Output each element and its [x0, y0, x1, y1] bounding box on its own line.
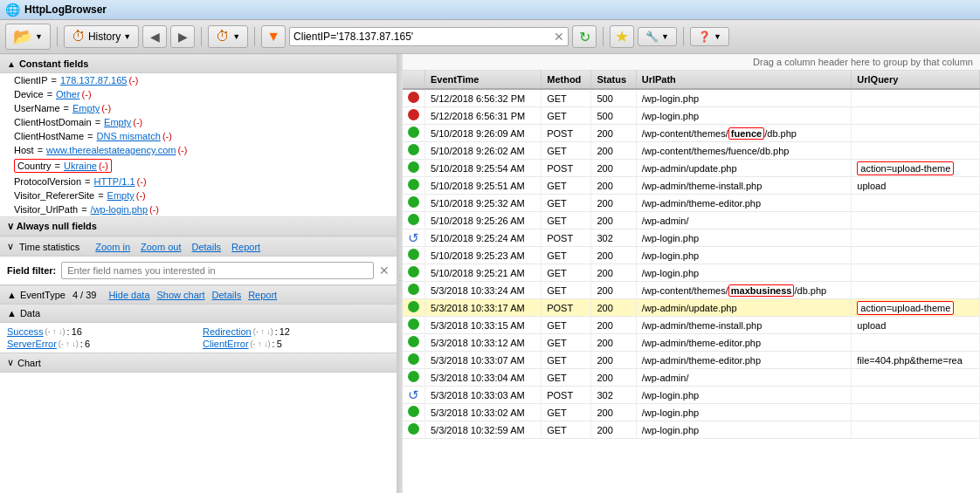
refresh-button[interactable]: ↻	[572, 25, 597, 48]
urlpath-cell: /wp-content/themes/fuence/db.php	[636, 125, 852, 142]
always-null-header[interactable]: ∨ Always null fields	[0, 216, 397, 236]
field-filter-input[interactable]	[61, 262, 374, 279]
status-cell	[403, 160, 425, 177]
field-filter-clear[interactable]: ✕	[379, 264, 390, 277]
star-button[interactable]: ★	[610, 25, 634, 48]
status-cell	[403, 142, 425, 160]
et-details-link[interactable]: Details	[212, 290, 242, 300]
status-cell	[403, 404, 425, 421]
urlpath-cell: /wp-admin/theme-editor.php	[636, 334, 852, 352]
col-urlpath-header[interactable]: UrlPath	[636, 71, 852, 89]
tools-button[interactable]: 🔧 ▼	[638, 27, 677, 46]
method-cell: GET	[542, 107, 591, 125]
clienterror-link[interactable]: ClientError	[203, 339, 249, 349]
status-cell	[403, 177, 425, 195]
urlquery-cell	[852, 125, 980, 142]
table-row: ↺5/10/2018 9:25:24 AMPOST302/wp-login.ph…	[403, 229, 980, 247]
event-type-header[interactable]: ▲ EventType 4 / 39 Hide data Show chart …	[0, 285, 397, 305]
status-green-icon	[408, 301, 419, 312]
status-cell	[403, 264, 425, 282]
method-cell: POST	[542, 387, 591, 404]
constant-fields-header[interactable]: ▲ Constant fields	[0, 54, 397, 73]
eventtime-cell: 5/3/2018 10:32:59 AM	[425, 421, 542, 439]
table-row: 5/3/2018 10:33:12 AMGET200/wp-admin/them…	[403, 334, 980, 352]
servererror-sort[interactable]: (- ↑ ↓)	[59, 339, 79, 348]
success-link[interactable]: Success	[7, 326, 44, 337]
eventtime-cell: 5/10/2018 9:25:23 AM	[425, 247, 542, 264]
eventtime-cell: 5/3/2018 10:33:07 AM	[425, 352, 542, 369]
clienterror-sort[interactable]: (- ↑ ↓)	[251, 339, 271, 348]
status-value-cell: 500	[591, 89, 636, 107]
chart-label: Chart	[17, 358, 41, 368]
method-cell: GET	[542, 334, 591, 352]
field-clientip: ClientIP = 178.137.87.165 (-)	[0, 73, 397, 87]
status-green-icon	[408, 371, 419, 382]
method-cell: GET	[542, 195, 591, 212]
show-chart-link[interactable]: Show chart	[157, 290, 205, 300]
table-row: 5/10/2018 9:25:32 AMGET200/wp-admin/them…	[403, 195, 980, 212]
details-link[interactable]: Details	[191, 242, 221, 252]
help-button[interactable]: ❓ ▼	[690, 27, 729, 46]
table-row: 5/3/2018 10:32:59 AMGET200/wp-login.php	[403, 421, 980, 439]
eventtime-cell: 5/3/2018 10:33:24 AM	[425, 282, 542, 299]
urlpath-cell: /wp-login.php	[636, 264, 852, 282]
redirection-sort[interactable]: (- ↑ ↓)	[253, 327, 273, 336]
status-red-icon	[408, 109, 419, 120]
status-value-cell: 302	[591, 387, 636, 404]
col-expand-header[interactable]	[403, 71, 425, 89]
time-stats-label: Time statistics	[19, 242, 79, 252]
filter-button[interactable]: ▼	[261, 25, 286, 48]
time-stats-header[interactable]: ∨ Time statistics Zoom in Zoom out Detai…	[0, 236, 397, 257]
search-input[interactable]	[293, 31, 554, 43]
time-filter-button[interactable]: ⏱ ▼	[208, 25, 248, 48]
et-report-link[interactable]: Report	[248, 290, 277, 300]
method-cell: GET	[542, 264, 591, 282]
status-cell	[403, 212, 425, 229]
history-button[interactable]: ⏱ History ▼	[64, 25, 139, 48]
report-link[interactable]: Report	[231, 242, 260, 252]
action-highlight: action=upload-theme	[857, 161, 954, 175]
eventtime-cell: 5/3/2018 10:33:15 AM	[425, 317, 542, 334]
status-green-icon	[408, 144, 419, 155]
status-value-cell: 200	[591, 142, 636, 160]
redirection-link[interactable]: Redirection	[203, 326, 252, 337]
open-button[interactable]: 📂 ▼	[5, 24, 51, 50]
history-dropdown-icon: ▼	[123, 32, 131, 41]
urlquery-cell	[852, 404, 980, 421]
method-cell: POST	[542, 299, 591, 317]
status-red-icon	[408, 92, 419, 103]
field-username: UserName = Empty (-)	[0, 101, 397, 115]
col-urlquery-header[interactable]: UrlQuery	[852, 71, 980, 89]
eventtime-cell: 5/10/2018 9:25:51 AM	[425, 177, 542, 195]
chart-header[interactable]: ∨ Chart	[0, 353, 397, 373]
success-sort[interactable]: (- ↑ ↓)	[45, 327, 66, 336]
open-dropdown-icon: ▼	[35, 32, 43, 41]
method-cell: GET	[542, 317, 591, 334]
urlquery-cell	[852, 195, 980, 212]
status-green-icon	[408, 196, 419, 208]
col-status-header[interactable]: Status	[591, 71, 636, 89]
data-header[interactable]: ▲ Data	[0, 305, 397, 323]
url-highlight: maxbusiness	[728, 284, 795, 297]
servererror-link[interactable]: ServerError	[7, 339, 57, 349]
status-green-icon	[408, 406, 419, 417]
col-method-header[interactable]: Method	[542, 71, 591, 89]
col-eventtime-header[interactable]: EventTime	[425, 71, 542, 89]
zoom-out-link[interactable]: Zoom out	[141, 242, 181, 252]
zoom-in-link[interactable]: Zoom in	[95, 242, 130, 252]
back-button[interactable]: ◀	[142, 25, 167, 48]
status-cell	[403, 247, 425, 264]
forward-button[interactable]: ▶	[170, 25, 195, 48]
table-row: 5/3/2018 10:33:24 AMGET200/wp-content/th…	[403, 282, 980, 299]
search-clear-button[interactable]: ✕	[554, 30, 564, 44]
funnel-icon: ▼	[266, 29, 280, 45]
status-cell	[403, 195, 425, 212]
urlquery-cell	[852, 229, 980, 247]
status-blue-icon: ↺	[408, 387, 419, 402]
redir-sep: :	[275, 326, 278, 337]
hide-data-link[interactable]: Hide data	[108, 290, 149, 300]
country-box: Country = Ukraine (-)	[14, 159, 112, 173]
clienterror-count: 5	[277, 339, 282, 349]
sep3	[254, 27, 255, 46]
status-blue-icon: ↺	[408, 230, 419, 245]
